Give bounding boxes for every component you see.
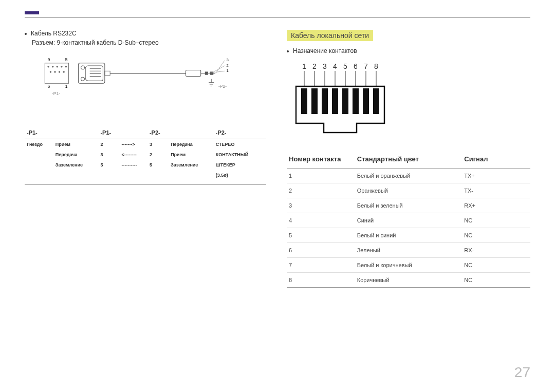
svg-text:7: 7 — [364, 62, 368, 70]
table-row: 7Белый и коричневыйNC — [287, 258, 530, 273]
t2-cell: 2 — [287, 183, 355, 198]
svg-point-7 — [54, 71, 55, 72]
svg-point-5 — [65, 66, 67, 67]
t1-h3: -P2- — [147, 126, 169, 139]
t1-cell: Заземление — [53, 160, 99, 170]
svg-rect-10 — [78, 63, 104, 83]
t2-cell: TX+ — [462, 169, 530, 183]
t2-cell: Белый и коричневый — [355, 258, 462, 273]
t2-cell: RX- — [462, 243, 530, 258]
t2-cell: NC — [462, 213, 530, 228]
t2-h2: Стандартный цвет — [355, 151, 462, 169]
svg-rect-46 — [301, 88, 307, 114]
svg-text:3: 3 — [323, 62, 327, 70]
svg-rect-19 — [186, 70, 201, 77]
t1-cell: ---------- — [120, 160, 147, 170]
svg-rect-52 — [363, 88, 369, 114]
t2-cell: 7 — [287, 258, 355, 273]
t2-cell: Синий — [355, 213, 462, 228]
t1-cell: ШТЕКЕР — [214, 160, 266, 170]
t1-cell: 5 — [147, 160, 169, 170]
t2-cell: TX- — [462, 183, 530, 198]
lan-table: Номер контакта Стандартный цвет Сигнал 1… — [287, 151, 530, 288]
svg-point-3 — [57, 66, 58, 67]
table-row: 5Белый и синийNC — [287, 228, 530, 243]
rs232c-table: -P1- -P1- -P2- -P2- Гнездо Прием 2 -----… — [25, 126, 266, 180]
t2-cell: 6 — [287, 243, 355, 258]
table-row: Передача 3 <-------- 2 Прием КОНТАКТНЫЙ — [25, 150, 266, 160]
t2-cell: 8 — [287, 273, 355, 288]
stereo-pin-3: 3 — [226, 58, 228, 62]
svg-text:1: 1 — [302, 62, 306, 70]
table-row: Гнездо Прием 2 -------> 3 Передача СТЕРЕ… — [25, 139, 266, 150]
right-column: Кабель локальной сети Назначение контакт… — [287, 30, 530, 288]
header-rule — [25, 17, 530, 18]
t2-cell: Оранжевый — [355, 183, 462, 198]
t1-h4: -P2- — [214, 126, 266, 139]
stereo-pin-2: 2 — [226, 63, 228, 68]
svg-rect-47 — [311, 88, 318, 114]
t2-cell: 3 — [287, 198, 355, 213]
rj45-diagram: 1234 5678 — [287, 60, 405, 142]
svg-text:5: 5 — [343, 62, 347, 70]
svg-text:8: 8 — [374, 62, 378, 70]
t2-cell: Белый и зеленый — [355, 198, 462, 213]
lan-title: Кабель локальной сети — [287, 30, 373, 41]
t1-cell: Гнездо — [25, 139, 53, 150]
t2-h3: Сигнал — [462, 151, 530, 169]
table-row: Заземление 5 ---------- 5 Заземление ШТЕ… — [25, 160, 266, 170]
table-row: (3.5ø) — [25, 170, 266, 180]
t1-cell: (3.5ø) — [214, 170, 266, 180]
pin1: 1 — [65, 84, 68, 89]
t2-cell: RX+ — [462, 198, 530, 213]
table-row: 3Белый и зеленыйRX+ — [287, 198, 530, 213]
svg-point-8 — [59, 71, 60, 72]
lan-tbody: 1Белый и оранжевыйTX+2ОранжевыйTX-3Белый… — [287, 169, 530, 288]
rj45-pin-numbers: 1234 5678 — [302, 62, 378, 70]
t2-cell: NC — [462, 258, 530, 273]
t1-cell — [25, 150, 53, 160]
t1-cell: Передача — [169, 139, 214, 150]
p1-diagram-label: -P1- — [52, 91, 60, 96]
t1-h1: -P1- — [25, 126, 53, 139]
t2-cell: Белый и оранжевый — [355, 169, 462, 183]
t1-cell: СТЕРЕО — [214, 139, 266, 150]
t1-body: Гнездо Прием 2 -------> 3 Передача СТЕРЕ… — [25, 139, 266, 181]
t1-cell: Прием — [169, 150, 214, 160]
t1-cell: Прием — [53, 139, 99, 150]
svg-rect-17 — [105, 71, 110, 76]
t1-h2: -P1- — [98, 126, 119, 139]
t1-cell: 3 — [147, 139, 169, 150]
rs232c-bullet: Кабель RS232C — [25, 30, 266, 37]
t2-cell: 5 — [287, 228, 355, 243]
table-row: 8КоричневыйNC — [287, 273, 530, 288]
table-row: 2ОранжевыйTX- — [287, 183, 530, 198]
t1-cell: КОНТАКТНЫЙ — [214, 150, 266, 160]
t1-cell: 5 — [98, 160, 119, 170]
t2-cell: 4 — [287, 213, 355, 228]
page-content: Кабель RS232C Разъем: 9-контактный кабел… — [0, 14, 555, 288]
lan-bullet-text: Назначение контактов — [293, 47, 357, 54]
svg-text:6: 6 — [354, 62, 358, 70]
bullet-icon — [25, 33, 27, 35]
svg-rect-48 — [322, 88, 328, 114]
pin6: 6 — [47, 84, 50, 89]
pin9: 9 — [47, 57, 50, 62]
p2-diagram-label: -P2- — [218, 84, 227, 89]
svg-rect-50 — [342, 88, 348, 114]
rs232c-subline: Разъем: 9-контактный кабель D-Sub–стерео — [32, 39, 266, 46]
svg-point-1 — [47, 66, 49, 67]
t2-cell: NC — [462, 273, 530, 288]
rs232c-table-wrap: -P1- -P1- -P2- -P2- Гнездо Прием 2 -----… — [25, 126, 266, 185]
svg-point-6 — [50, 71, 51, 72]
header-accent — [25, 11, 39, 14]
t1-cell: Заземление — [169, 160, 214, 170]
svg-point-4 — [61, 66, 62, 67]
page-number: 27 — [514, 364, 530, 381]
t2-cell: Белый и синий — [355, 228, 462, 243]
svg-line-25 — [207, 71, 225, 73]
rs232c-svg: 9 5 6 1 -P1- — [25, 53, 246, 115]
t1-cell — [25, 160, 53, 170]
bullet-icon — [287, 50, 289, 52]
pin5: 5 — [65, 57, 68, 62]
